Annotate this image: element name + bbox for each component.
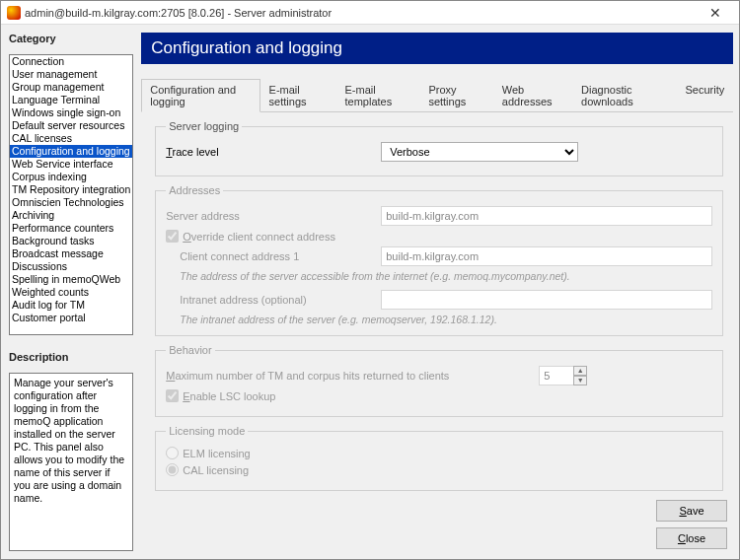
server-address-label: Server address (166, 210, 373, 222)
category-item[interactable]: Archiving (10, 209, 132, 222)
category-item[interactable]: Background tasks (10, 235, 132, 247)
titlebar: admin@build-m.kilgray.com:2705 [8.0.26] … (1, 1, 739, 25)
spin-down-icon: ▼ (573, 376, 587, 385)
client-connect-address-label: Client connect address 1 (180, 250, 373, 262)
group-server-logging: Server logging Trace level Verbose (155, 120, 723, 176)
close-icon[interactable]: ✕ (698, 5, 733, 21)
category-item[interactable]: Connection (10, 55, 132, 68)
tab[interactable]: Security (676, 79, 733, 112)
description-label: Description (9, 351, 133, 363)
page-title: Configuration and logging (141, 33, 733, 64)
tab[interactable]: Web addresses (493, 79, 572, 112)
tab-body: Server logging Trace level Verbose Addre… (141, 112, 733, 551)
category-item[interactable]: Discussions (10, 260, 132, 273)
category-item[interactable]: Spelling in memoQWeb (10, 273, 132, 286)
group-server-logging-label: Server logging (166, 120, 242, 132)
category-item[interactable]: Default server resources (10, 119, 132, 132)
category-item[interactable]: Web Service interface (10, 158, 132, 171)
server-address-input (381, 206, 712, 226)
group-licensing-label: Licensing mode (166, 425, 248, 437)
category-item[interactable]: User management (10, 68, 132, 81)
category-item[interactable]: Audit log for TM (10, 299, 132, 312)
client-connect-address-input (381, 246, 712, 266)
category-item[interactable]: TM Repository integration (10, 183, 132, 196)
group-behavior-label: Behavior (166, 344, 214, 356)
category-item[interactable]: Group management (10, 81, 132, 94)
group-behavior: Behavior Maximum number of TM and corpus… (155, 344, 723, 417)
tab[interactable]: E-mail templates (336, 79, 420, 112)
save-button[interactable]: Save (656, 500, 727, 522)
group-licensing: Licensing mode ELM licensing CAL licensi… (155, 425, 723, 491)
enable-lsc-label: Enable LSC lookup (183, 390, 275, 402)
group-addresses-label: Addresses (166, 184, 223, 196)
category-item[interactable]: Configuration and logging (10, 145, 132, 158)
category-list[interactable]: ConnectionUser managementGroup managemen… (9, 54, 133, 335)
override-client-address-label: Override client connect address (183, 231, 335, 243)
cal-licensing-label: CAL licensing (183, 464, 249, 476)
category-item[interactable]: Customer portal (10, 312, 132, 324)
client-connect-address-hint: The address of the server accessible fro… (180, 270, 712, 282)
elm-licensing-label: ELM licensing (183, 448, 250, 459)
group-addresses: Addresses Server address Override client… (155, 184, 723, 336)
tab[interactable]: Diagnostic downloads (572, 79, 676, 112)
category-item[interactable]: Performance counters (10, 222, 132, 235)
elm-licensing-radio (166, 447, 179, 459)
app-icon (7, 6, 21, 20)
max-hits-label: Maximum number of TM and corpus hits ret… (166, 370, 531, 382)
close-button[interactable]: Close (656, 527, 727, 549)
category-item[interactable]: Corpus indexing (10, 171, 132, 183)
trace-level-select[interactable]: Verbose (381, 142, 578, 162)
intranet-address-label: Intranet address (optional) (180, 294, 373, 306)
window-title: admin@build-m.kilgray.com:2705 [8.0.26] … (25, 7, 698, 19)
override-client-address-checkbox (166, 230, 179, 243)
tab[interactable]: Configuration and logging (141, 79, 259, 112)
category-item[interactable]: Windows single sign-on (10, 106, 132, 119)
intranet-address-hint: The intranet address of the server (e.g.… (180, 314, 712, 325)
intranet-address-input (381, 290, 712, 310)
cal-licensing-radio (166, 463, 179, 476)
category-label: Category (9, 33, 133, 44)
max-hits-input (539, 366, 574, 385)
category-item[interactable]: Weighted counts (10, 286, 132, 299)
spin-up-icon: ▲ (573, 366, 587, 376)
tab[interactable]: E-mail settings (260, 79, 336, 112)
tab-bar: Configuration and loggingE-mail settings… (141, 78, 733, 112)
category-item[interactable]: Language Terminal (10, 94, 132, 106)
category-item[interactable]: Broadcast message (10, 247, 132, 260)
description-text: Manage your server's configuration after… (9, 373, 133, 551)
trace-level-label: Trace level (166, 146, 373, 158)
enable-lsc-checkbox (166, 389, 179, 402)
tab[interactable]: Proxy settings (419, 79, 492, 112)
category-item[interactable]: Omniscien Technologies (10, 196, 132, 209)
category-item[interactable]: CAL licenses (10, 132, 132, 145)
